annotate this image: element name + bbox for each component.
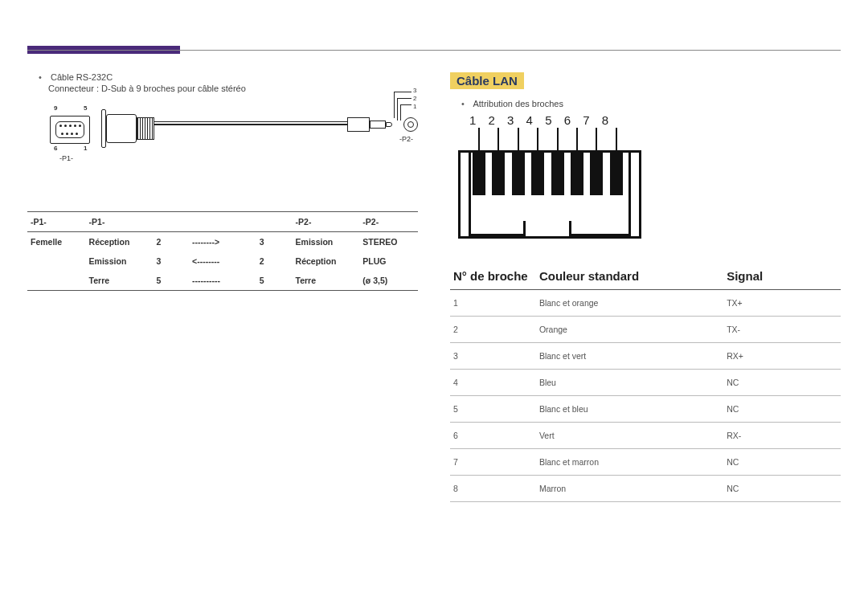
table-row: 4BleuNC xyxy=(450,370,841,396)
table-cell: NC xyxy=(723,476,841,502)
th-color: Couleur standard xyxy=(536,263,723,290)
dsub-pin-1-label: 1 xyxy=(84,145,87,152)
table-cell: 2 xyxy=(256,251,293,271)
table-cell xyxy=(27,251,86,271)
table-row: 3Blanc et vertRX+ xyxy=(450,343,841,370)
th-p1a: -P1- xyxy=(27,212,86,232)
th-blank2 xyxy=(189,212,256,232)
right-column: Câble LAN • Attribution des broches 1234… xyxy=(434,72,841,502)
dsub-pin-6-label: 6 xyxy=(54,145,57,152)
table-cell: Blanc et marron xyxy=(536,449,723,476)
table-cell: 1 xyxy=(450,290,536,317)
table-cell: Vert xyxy=(536,423,723,449)
table-cell: 5 xyxy=(153,271,189,291)
table-cell: Orange xyxy=(536,317,723,343)
th-p1b: -P1- xyxy=(86,212,154,232)
jack-lead-icon xyxy=(397,98,411,99)
table-cell: NC xyxy=(723,370,841,396)
th-blank3 xyxy=(256,212,293,232)
table-cell: 3 xyxy=(450,343,536,370)
table-row: 6VertRX- xyxy=(450,423,841,449)
table-header-row: N° de broche Couleur standard Signal xyxy=(450,263,841,290)
rs232-table-body: FemelleRéception2-------->3EmissionSTERE… xyxy=(27,232,418,291)
lan-pin-numbers: 12345678 xyxy=(469,113,608,127)
lan-pin-number: 3 xyxy=(507,113,514,127)
jack-lead-icon xyxy=(400,104,411,105)
table-cell: (ø 3,5) xyxy=(359,271,418,291)
rs232-diagram: 9 5 6 1 -P1- 3 2 1 xyxy=(27,103,418,203)
lan-pin-number: 2 xyxy=(489,113,495,127)
bullet-dot-icon: • xyxy=(461,99,471,108)
dsub-pin-5-label: 5 xyxy=(84,104,87,112)
bullet-dot-icon: • xyxy=(39,72,48,82)
lan-bullet-text: Attribution des broches xyxy=(473,99,563,108)
table-cell: RX- xyxy=(723,423,841,449)
lan-diagram: 12345678 xyxy=(452,113,661,242)
rs232-bullet: • Câble RS-232C xyxy=(39,72,418,82)
stereo-jack-icon xyxy=(347,117,387,132)
lan-pin-number: 1 xyxy=(469,113,476,127)
table-cell xyxy=(27,271,86,291)
table-cell: Terre xyxy=(293,271,360,291)
table-cell: <-------- xyxy=(189,251,256,271)
table-row: 7Blanc et marronNC xyxy=(450,449,841,476)
table-cell: RX+ xyxy=(723,343,841,370)
table-cell: 6 xyxy=(450,423,536,449)
left-column: • Câble RS-232C Connecteur : D-Sub à 9 b… xyxy=(27,72,434,502)
th-signal: Signal xyxy=(723,263,841,290)
table-cell: 5 xyxy=(256,271,293,291)
table-cell: 5 xyxy=(450,396,536,423)
rs232-bullet-text: Câble RS-232C xyxy=(51,72,113,82)
lan-pin-table: N° de broche Couleur standard Signal 1Bl… xyxy=(450,263,841,502)
table-cell: NC xyxy=(723,449,841,476)
lan-pin-number: 6 xyxy=(564,113,571,127)
table-cell: 2 xyxy=(450,317,536,343)
table-row: 5Blanc et bleuNC xyxy=(450,396,841,423)
table-cell: Emission xyxy=(293,232,360,252)
table-cell: 3 xyxy=(256,232,293,252)
table-cell: TX+ xyxy=(723,290,841,317)
table-cell: 2 xyxy=(153,232,189,252)
lan-pin-number: 4 xyxy=(526,113,533,127)
table-row: 8MarronNC xyxy=(450,476,841,502)
table-cell: Emission xyxy=(86,251,154,271)
jack-end-icon xyxy=(403,117,418,132)
table-cell: 7 xyxy=(450,449,536,476)
table-cell: Réception xyxy=(86,232,154,252)
dsub-side-icon xyxy=(106,109,150,148)
p2-diagram-label: -P2- xyxy=(399,135,413,143)
lan-pin-number: 5 xyxy=(545,113,551,127)
header-rule xyxy=(27,50,841,51)
table-cell: PLUG xyxy=(359,251,418,271)
jack-lead-icon xyxy=(394,92,411,92)
th-pin-no: N° de broche xyxy=(450,263,536,290)
table-header-row: -P1- -P1- -P2- -P2- xyxy=(27,212,418,232)
table-row: 1Blanc et orangeTX+ xyxy=(450,290,841,317)
lan-pin-number: 7 xyxy=(583,113,589,127)
table-cell: 4 xyxy=(450,370,536,396)
table-cell: Marron xyxy=(536,476,723,502)
table-cell: 8 xyxy=(450,476,536,502)
cable-line-icon xyxy=(154,124,347,125)
table-cell: Blanc et bleu xyxy=(536,396,723,423)
th-p2a: -P2- xyxy=(293,212,360,232)
page-content: • Câble RS-232C Connecteur : D-Sub à 9 b… xyxy=(27,72,841,502)
table-cell: Réception xyxy=(293,251,360,271)
th-blank1 xyxy=(153,212,189,232)
table-row: Terre5----------5Terre(ø 3,5) xyxy=(27,271,418,291)
lan-table-body: 1Blanc et orangeTX+2OrangeTX-3Blanc et v… xyxy=(450,290,841,502)
dsub-pin-9-label: 9 xyxy=(54,104,57,112)
table-cell: Femelle xyxy=(27,232,86,252)
jack-pin-2-label: 2 xyxy=(413,95,416,102)
table-cell: Terre xyxy=(86,271,154,291)
table-row: Emission3<--------2RéceptionPLUG xyxy=(27,251,418,271)
p1-diagram-label: -P1- xyxy=(59,154,73,162)
table-row: FemelleRéception2-------->3EmissionSTERE… xyxy=(27,232,418,252)
dsub-front-icon xyxy=(50,116,90,144)
lan-pin-number: 8 xyxy=(602,113,608,127)
table-cell: NC xyxy=(723,396,841,423)
th-p2b: -P2- xyxy=(359,212,418,232)
table-cell: STEREO xyxy=(359,232,418,252)
table-cell: Blanc et vert xyxy=(536,343,723,370)
jack-pin-1-label: 1 xyxy=(413,103,416,110)
